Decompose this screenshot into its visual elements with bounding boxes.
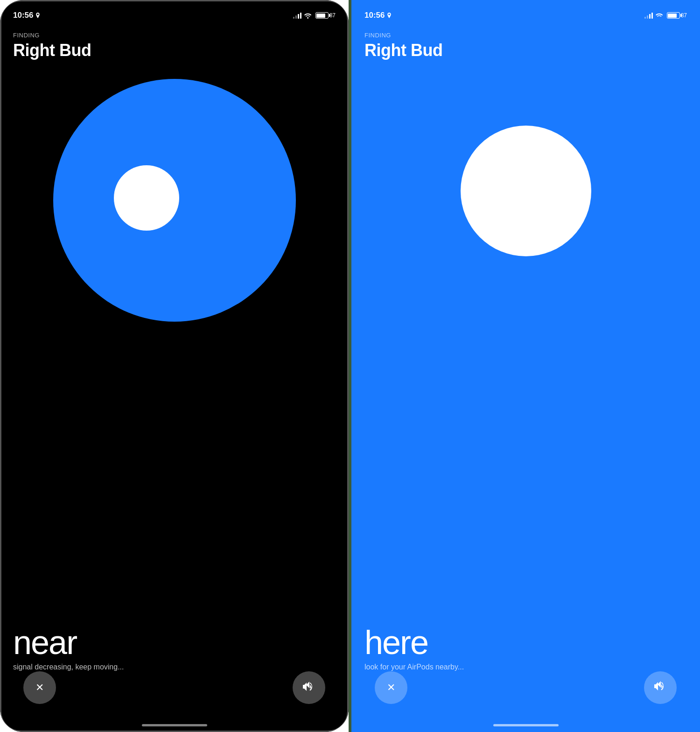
speaker-svg-left	[303, 682, 315, 692]
right-header: FINDING Right Bud	[351, 26, 700, 60]
left-status-icons: 87	[293, 12, 336, 19]
right-status-bar: 10:56 87	[351, 0, 700, 26]
signal-bar-2	[295, 15, 297, 19]
left-home-indicator	[0, 718, 349, 732]
right-sound-button[interactable]	[644, 671, 677, 704]
battery-left: 87	[315, 12, 336, 19]
left-header: FINDING Right Bud	[0, 26, 349, 60]
left-finding-label: FINDING	[13, 32, 336, 39]
left-bottom-controls: ✕	[0, 671, 349, 718]
close-icon-left: ✕	[35, 682, 44, 694]
battery-fill-left	[316, 14, 325, 18]
sound-icon-right	[654, 681, 666, 694]
right-close-button[interactable]: ✕	[375, 671, 407, 704]
right-bottom-controls: ✕	[351, 671, 700, 718]
left-home-bar	[142, 724, 207, 726]
location-icon-right	[386, 13, 392, 18]
signal-bar-4	[300, 13, 301, 19]
signal-bar-r3	[649, 14, 651, 19]
left-time-text: 10:56	[13, 11, 33, 20]
left-time: 10:56	[13, 11, 41, 20]
right-device-name: Right Bud	[364, 41, 687, 60]
left-device-name: Right Bud	[13, 41, 336, 60]
right-time-text: 10:56	[364, 11, 385, 20]
battery-fill-right	[668, 14, 676, 18]
battery-text-left: 87	[329, 12, 336, 19]
small-white-circle-left	[114, 165, 179, 231]
right-status-section: here look for your AirPods nearby...	[351, 626, 700, 671]
left-proximity-word: near	[13, 626, 336, 659]
right-proximity-hint: look for your AirPods nearby...	[364, 663, 687, 671]
right-home-indicator	[351, 718, 700, 732]
signal-bar-r4	[651, 13, 653, 19]
left-sound-button[interactable]	[293, 671, 325, 704]
close-icon-right: ✕	[387, 682, 395, 694]
right-finding-label: FINDING	[364, 32, 687, 39]
battery-right: 87	[667, 12, 687, 19]
right-phone-screen: 10:56 87 FINDING Rig	[351, 0, 700, 732]
wifi-icon-left	[304, 12, 313, 19]
left-main-content	[0, 60, 349, 626]
battery-text-right: 87	[681, 12, 687, 19]
left-proximity-hint: signal decreasing, keep moving...	[13, 663, 336, 671]
location-icon	[35, 13, 41, 18]
signal-bar-r2	[647, 15, 648, 19]
wifi-icon-right	[656, 12, 664, 19]
left-status-bar: 10:56 87	[0, 0, 349, 26]
signal-bar-3	[298, 14, 299, 19]
left-phone-screen: 10:56 87 FINDING Rig	[0, 0, 349, 732]
right-main-content	[351, 60, 700, 607]
right-white-circle	[461, 126, 591, 256]
left-status-section: near signal decreasing, keep moving...	[0, 626, 349, 671]
battery-box-right	[667, 12, 680, 19]
signal-bar-r1	[644, 17, 646, 19]
right-home-bar	[493, 724, 559, 726]
big-circle-container	[53, 79, 296, 322]
speaker-svg-right	[654, 681, 666, 691]
right-proximity-word: here	[364, 626, 687, 659]
sound-icon-left	[303, 682, 315, 694]
left-close-button[interactable]: ✕	[23, 671, 56, 704]
right-time: 10:56	[364, 11, 392, 20]
battery-box-left	[315, 12, 329, 19]
signal-bars-left	[293, 12, 301, 19]
signal-bars-right	[644, 12, 653, 19]
signal-bar-1	[293, 17, 294, 19]
right-status-icons: 87	[644, 12, 687, 19]
